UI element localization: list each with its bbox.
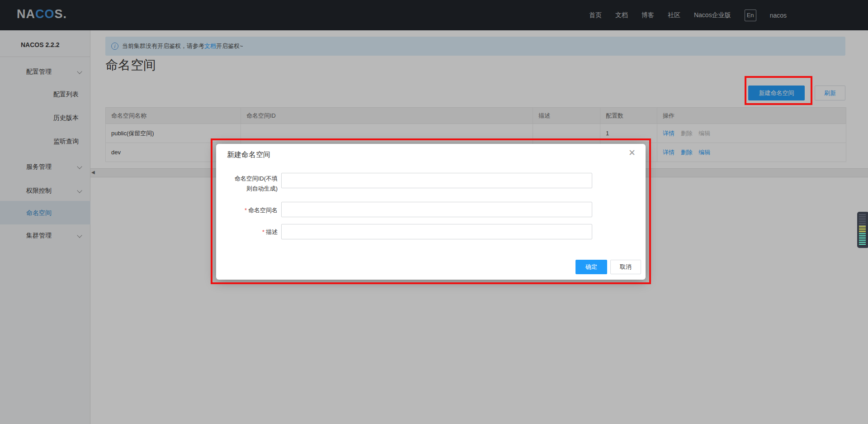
minimap-section-teal: [859, 233, 866, 246]
namespace-id-input[interactable]: [281, 173, 592, 188]
confirm-button[interactable]: 确定: [576, 260, 607, 274]
create-namespace-dialog: 新建命名空间 ✕ 命名空间ID(不填 则自动生成) *命名空间名 *描述 确定 …: [216, 144, 646, 280]
description-input[interactable]: [281, 224, 592, 239]
namespace-id-label: 命名空间ID(不填 则自动生成): [216, 174, 278, 194]
minimap-section-yellow: [859, 226, 866, 233]
nacos-console: NACOS. 首页 文档 博客 社区 Nacos企业版 En nacos NAC…: [0, 0, 868, 424]
close-icon[interactable]: ✕: [628, 148, 636, 157]
cancel-button[interactable]: 取消: [610, 260, 641, 274]
namespace-name-input[interactable]: [281, 202, 592, 217]
description-label: *描述: [216, 227, 278, 237]
dialog-title: 新建命名空间: [227, 150, 270, 160]
namespace-name-label: *命名空间名: [216, 205, 278, 215]
scroll-minimap-widget[interactable]: [857, 212, 868, 248]
minimap-section-dark: [859, 214, 866, 226]
